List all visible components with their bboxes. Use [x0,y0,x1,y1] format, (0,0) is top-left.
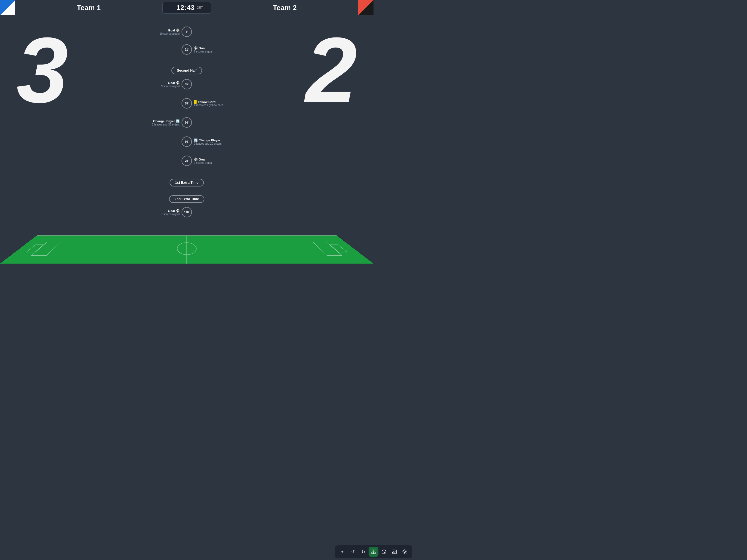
event-left-goal-55: Goal ⚽ 9 scores a goal [161,81,180,88]
event-desc-goal-79: 9 scores a goal [194,161,212,164]
main-content: 3 2 Goal ⚽ 10 scores a goal 6' 21' ⚽ Goa… [0,15,374,263]
timer-display: 12:43 [177,4,195,11]
minute-6: 6' [182,27,192,37]
event-type-goal-6: Goal ⚽ [160,28,180,32]
minute-66-change-right: 66' [182,136,192,147]
event-desc-goal-55: 9 scores a goal [161,85,180,88]
team2-logo [358,0,374,15]
center-circle [176,242,197,255]
goal-icon-21: ⚽ Goal [194,46,206,50]
event-left-goal-118: Goal ⚽ 7 scores a goal [161,209,180,216]
goal-icon-118: Goal ⚽ [168,209,180,213]
event-left-goal-6: Goal ⚽ 10 scores a goal [160,28,180,35]
badge-2nd-extra: 2nd Extra Time [169,195,204,203]
event-desc-yellow-55: 4 receives a yellow card [194,104,223,107]
minute-118: 118' [182,207,192,218]
event-desc-goal-6: 10 scores a goal [160,32,180,35]
change-icon-66-right: 🔄 Change Player [194,138,221,142]
team1-score: 3 [17,24,68,117]
header: Team 1 ⏸ 12:43 2ET Team 2 [0,0,374,15]
event-right-goal-79: ⚽ Goal 9 scores a goal [194,157,212,164]
event-desc-change-66-left: 2 leaves and 33 enters [152,123,180,126]
badge-second-half: Second Half [172,67,202,74]
period-badge: 2ET [197,6,203,9]
goal-icon-6: Goal ⚽ [168,28,180,32]
yellow-card-label: Yellow Card [198,100,215,104]
event-right-change-66: 🔄 Change Player 2 leaves and 20 enters [194,138,222,145]
team2-score: 2 [305,24,357,117]
minute-66-change-left: 66' [182,117,192,128]
team2-name: Team 2 [211,4,358,12]
pitch [0,235,374,263]
minute-21: 21' [182,44,192,55]
team1-name: Team 1 [15,4,162,12]
event-type-goal-79: ⚽ Goal [194,157,212,161]
badge-1st-extra: 1st Extra Time [170,179,204,186]
event-type-change-66-right: 🔄 Change Player [194,138,222,142]
event-desc-goal-21: 7 scores a goal [194,50,212,53]
event-left-change-66: Change Player 🔄 2 leaves and 33 enters [152,119,180,126]
event-type-goal-55: Goal ⚽ [161,81,180,85]
event-type-yellow-55: Yellow Card [194,100,223,104]
pause-icon[interactable]: ⏸ [171,5,175,10]
change-icon-66-left: Change Player 🔄 [153,119,180,123]
minute-55-yellow: 55' [182,98,192,108]
event-desc-change-66-right: 2 leaves and 20 enters [194,142,222,145]
yellow-card-icon [194,100,197,104]
goal-icon-79: ⚽ Goal [194,157,206,161]
event-type-goal-118: Goal ⚽ [161,209,180,213]
minute-55-goal: 55' [182,79,192,90]
goal-icon-55: Goal ⚽ [168,81,180,85]
event-desc-goal-118: 7 scores a goal [161,213,180,216]
event-right-yellow-55: Yellow Card 4 receives a yellow card [194,100,223,107]
pitch-lines [0,236,374,263]
event-type-change-66-left: Change Player 🔄 [152,119,180,123]
event-right-goal-21: ⚽ Goal 7 scores a goal [194,46,212,53]
minute-79: 79' [182,156,192,166]
event-type-goal-21: ⚽ Goal [194,46,212,50]
team1-logo [0,0,15,15]
score-timer: ⏸ 12:43 2ET [162,2,211,14]
